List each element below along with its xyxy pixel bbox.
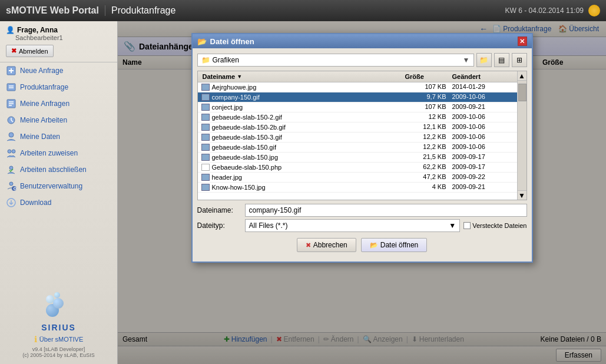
file-list-header-row: Dateiname ▼ Größe Geändert (198, 71, 517, 82)
file-list-item[interactable]: conject.jpg107 KB2009-09-21 (198, 102, 517, 112)
sidebar-item-meine-daten[interactable]: Meine Daten (0, 128, 117, 145)
folder-icon: 📁 (201, 56, 210, 64)
svg-point-15 (12, 150, 15, 153)
file-list-item[interactable]: company-150.gif9,7 KB2009-10-06 (198, 92, 517, 102)
scrollbar-down-button[interactable]: ▼ (518, 190, 526, 200)
file-list: Dateiname ▼ Größe Geändert (198, 71, 517, 200)
filetype-label: Dateityp: (197, 221, 241, 230)
user-name: 👤 Frage, Anna (6, 26, 111, 34)
svg-point-17 (9, 182, 13, 186)
sidebar-item-arbeiten-abschliessen[interactable]: Arbeiten abschließen (0, 161, 117, 178)
new-folder-button[interactable]: 📁 (476, 53, 492, 67)
details-view-button[interactable]: ⊞ (512, 53, 527, 67)
dropdown-arrow-icon: ▼ (463, 56, 470, 64)
meine-daten-icon (6, 131, 16, 142)
cancel-icon: ✖ (306, 241, 311, 249)
neue-anfrage-icon (6, 65, 16, 76)
file-list-container: Dateiname ▼ Größe Geändert (197, 71, 527, 200)
content-area: ← 📄 Produktanfrage 🏠 Übersicht 📎 Dateian… (118, 21, 606, 364)
folder-open-icon: 📂 (197, 37, 207, 46)
file-type-icon (201, 184, 210, 191)
scrollbar-thumb[interactable] (518, 84, 526, 101)
cancel-button[interactable]: ✖ Abbrechen (297, 238, 356, 252)
logo-circle-4 (54, 292, 60, 298)
svg-point-14 (8, 150, 11, 153)
scrollbar-up-button[interactable]: ▲ (518, 71, 526, 81)
open-file-button[interactable]: 📂 Datei öffnen (361, 238, 428, 252)
uber-smotive-link[interactable]: ℹ Über sMOTIVE (34, 335, 84, 344)
file-type-icon (201, 124, 210, 131)
list-view-button[interactable]: ▤ (494, 53, 509, 67)
file-type-icon (201, 174, 210, 181)
open-icon: 📂 (370, 241, 378, 249)
file-list-item[interactable]: gebaeude-slab-150-2b.gif12,1 KB2009-10-0… (198, 123, 517, 133)
benutzerverwaltung-icon: ⚙ (6, 181, 16, 191)
file-type-icon (201, 84, 210, 91)
filename-row: Dateiname: (197, 204, 527, 217)
meine-anfragen-icon (6, 98, 16, 109)
x-icon: ✖ (11, 47, 16, 55)
date-info: KW 6 - 04.02.2014 11:09 (505, 6, 584, 15)
col-geandert: Geändert (450, 72, 515, 81)
modal-overlay: 📂 Datei öffnen ✕ 📁 Grafiken ▼ (118, 21, 606, 364)
file-list-item[interactable]: header.jpg47,2 KB2009-09-22 (198, 173, 517, 183)
file-type-icon (201, 164, 210, 171)
modal-close-button[interactable]: ✕ (518, 37, 527, 46)
sidebar-item-benutzerverwaltung[interactable]: ⚙ Benutzerverwaltung (0, 178, 117, 194)
sidebar-item-neue-anfrage[interactable]: Neue Anfrage (0, 62, 117, 79)
logout-button[interactable]: ✖ Abmelden (6, 45, 54, 57)
filename-label: Dateiname: (197, 206, 241, 214)
filename-input[interactable] (245, 204, 527, 217)
meine-arbeiten-icon (6, 115, 16, 125)
hidden-files-checkbox[interactable] (463, 222, 471, 229)
svg-point-13 (9, 133, 14, 137)
file-list-item[interactable]: Gebaeude-slab-150.php62,2 KB2009-09-17 (198, 163, 517, 173)
folder-selector-row: 📁 Grafiken ▼ 📁 ▤ ⊞ (197, 53, 527, 67)
file-type-icon (201, 114, 210, 121)
folder-dropdown[interactable]: 📁 Grafiken ▼ (197, 54, 474, 67)
user-section: 👤 Frage, Anna Sachbearbeiter1 ✖ Abmelden (0, 21, 117, 62)
sidebar-item-download[interactable]: Download (0, 194, 117, 211)
sidebar-item-arbeiten-zuweisen[interactable]: Arbeiten zuweisen (0, 145, 117, 161)
sidebar: 👤 Frage, Anna Sachbearbeiter1 ✖ Abmelden… (0, 21, 118, 364)
file-list-item[interactable]: gebaeude-slab-150.gif12,2 KB2009-10-06 (198, 143, 517, 153)
filetype-row: Dateityp: All Files (*.*) ▼ Versteckte D… (197, 219, 527, 232)
sidebar-item-meine-arbeiten[interactable]: Meine Arbeiten (0, 112, 117, 128)
sidebar-nav: Neue Anfrage Produktanfrage Meine Anfrag… (0, 62, 117, 211)
hidden-files-checkbox-row: Versteckte Dateien (463, 222, 526, 229)
sidebar-bottom: SIRIUS ℹ Über sMOTIVE v9.4 [sLAB Develop… (0, 286, 117, 364)
produktanfrage-icon (6, 82, 16, 92)
sirius-text: SIRIUS (41, 323, 77, 332)
modal-title: Datei öffnen (210, 37, 254, 46)
file-type-icon (201, 154, 210, 161)
info-icon: ℹ (34, 335, 37, 344)
file-type-icon (201, 144, 210, 151)
modal-titlebar: 📂 Datei öffnen ✕ (193, 34, 532, 48)
file-type-icon (201, 104, 210, 111)
col-grosse: Größe (403, 72, 450, 81)
arbeiten-zuweisen-icon (6, 148, 16, 158)
file-list-item[interactable]: gebaeude-slab-150-3.gif12,2 KB2009-10-06 (198, 133, 517, 143)
filetype-select[interactable]: All Files (*.*) ▼ (245, 219, 461, 232)
page-title: Produktanfrage (105, 5, 175, 16)
clock-icon (588, 5, 600, 16)
file-list-scrollbar: ▲ ▼ (517, 71, 526, 200)
sort-arrow-icon: ▼ (237, 74, 242, 80)
sidebar-item-produktanfrage[interactable]: Produktanfrage (0, 79, 117, 95)
download-icon (6, 197, 16, 208)
logo-circle-2 (53, 298, 64, 309)
scrollbar-track (518, 81, 526, 190)
file-list-item[interactable]: gebaeude-slab-150.jpg21,5 KB2009-09-17 (198, 153, 517, 163)
col-dateiname: Dateiname ▼ (200, 72, 403, 81)
file-list-item[interactable]: gebaeude-slab-150-2.gif12 KB2009-10-06 (198, 112, 517, 123)
main-layout: 👤 Frage, Anna Sachbearbeiter1 ✖ Abmelden… (0, 21, 606, 364)
sirius-logo: SIRIUS (41, 292, 77, 332)
version-info: v9.4 [sLAB Developer] (c) 2005-2014 by s… (22, 346, 95, 358)
modal-body: 📁 Grafiken ▼ 📁 ▤ ⊞ (193, 48, 532, 262)
sidebar-item-meine-anfragen[interactable]: Meine Anfragen (0, 95, 117, 112)
file-list-item[interactable]: Aejrghuowe.jpg107 KB2014-01-29 (198, 82, 517, 92)
modal-buttons: ✖ Abbrechen 📂 Datei öffnen (197, 238, 527, 257)
header-right: KW 6 - 04.02.2014 11:09 (505, 5, 600, 16)
app-title: sMOTIVE Web Portal (6, 5, 99, 16)
file-list-item[interactable]: Know-how-150.jpg4 KB2009-09-21 (198, 183, 517, 193)
